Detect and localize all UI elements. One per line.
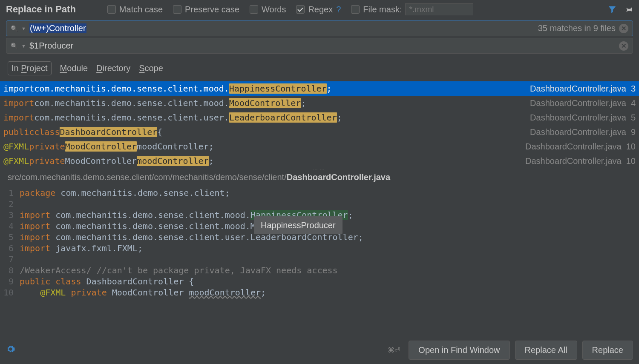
match-case-label: Match case (119, 5, 163, 14)
search-history-dropdown-icon[interactable]: ▼ (21, 26, 26, 31)
results-list: import com.mechanitis.demo.sense.client.… (0, 81, 639, 168)
path-dir: src/com.mechanitis.demo.sense.client/com… (8, 172, 287, 182)
regex-help-icon[interactable]: ? (336, 5, 341, 14)
editor-line[interactable]: 8/WeakerAccess/ //can't be package priva… (0, 265, 639, 276)
open-in-find-window-button[interactable]: Open in Find Window (409, 341, 509, 360)
editor-line[interactable]: 6import javafx.fxml.FXML; (0, 243, 639, 254)
match-case-option[interactable]: Match case (107, 5, 163, 14)
regex-checkbox[interactable] (296, 5, 305, 14)
search-input-row[interactable]: ▼ (\w+)Controller 35 matches in 9 files … (6, 20, 633, 36)
clear-replace-icon[interactable]: ✕ (619, 41, 628, 51)
editor-line[interactable]: 2 (0, 198, 639, 209)
file-mask-checkbox[interactable] (351, 5, 360, 14)
match-case-checkbox[interactable] (107, 5, 116, 14)
preserve-case-checkbox[interactable] (173, 5, 181, 14)
preserve-case-option[interactable]: Preserve case (173, 5, 239, 14)
result-row[interactable]: public class DashboardController {Dashbo… (0, 125, 639, 139)
editor-line[interactable]: 10 @FXML private MoodController moodCont… (0, 287, 639, 298)
shortcut-hint: ⌘⏎ (388, 346, 400, 354)
search-icon (11, 25, 18, 32)
result-row[interactable]: import com.mechanitis.demo.sense.client.… (0, 81, 639, 96)
result-row[interactable]: @FXML private MoodController moodControl… (0, 139, 639, 154)
scope-module[interactable]: Module (60, 63, 88, 73)
replace-history-dropdown-icon[interactable]: ▼ (21, 43, 26, 49)
file-mask-option[interactable]: File mask: (351, 3, 473, 15)
preview-editor[interactable]: HappinessProducer 1package com.mechaniti… (0, 186, 639, 298)
words-checkbox[interactable] (250, 5, 258, 14)
match-count: 35 matches in 9 files (538, 23, 616, 33)
words-label: Words (262, 5, 286, 14)
preserve-case-label: Preserve case (185, 5, 239, 14)
replace-icon (11, 42, 18, 49)
editor-line[interactable]: 9public class DashboardController { (0, 276, 639, 287)
words-option[interactable]: Words (250, 5, 286, 14)
footer-bar: ⌘⏎ Open in Find Window Replace All Repla… (0, 336, 639, 364)
replace-input-row[interactable]: ▼ $1Producer ✕ (6, 38, 633, 54)
file-mask-input[interactable] (405, 3, 473, 15)
header-bar: Replace in Path Match case Preserve case… (0, 0, 639, 19)
filter-icon[interactable] (607, 5, 617, 14)
regex-label: Regex (308, 5, 333, 14)
search-pattern-text[interactable]: (\w+)Controller (29, 23, 86, 33)
scope-bar: In Project Module Directory Scope (0, 55, 639, 81)
replace-button[interactable]: Replace (582, 341, 633, 360)
scope-scope[interactable]: Scope (139, 63, 163, 73)
preview-tooltip: HappinessProducer (254, 216, 343, 234)
file-mask-label: File mask: (363, 5, 402, 14)
path-file: DashboardController.java (287, 172, 390, 182)
dialog-title: Replace in Path (6, 4, 76, 15)
pin-icon[interactable] (625, 5, 633, 14)
scope-in-project[interactable]: In Project (8, 61, 52, 75)
replace-text[interactable]: $1Producer (29, 41, 73, 51)
replace-all-button[interactable]: Replace All (515, 341, 577, 360)
result-row[interactable]: import com.mechanitis.demo.sense.client.… (0, 96, 639, 110)
editor-line[interactable]: 7 (0, 254, 639, 265)
editor-line[interactable]: 1package com.mechanitis.demo.sense.clien… (0, 187, 639, 198)
regex-option[interactable]: Regex? (296, 5, 341, 14)
result-row[interactable]: import com.mechanitis.demo.sense.client.… (0, 110, 639, 125)
settings-gear-icon[interactable] (6, 344, 15, 356)
clear-search-icon[interactable]: ✕ (619, 24, 628, 33)
scope-directory[interactable]: Directory (96, 63, 130, 73)
